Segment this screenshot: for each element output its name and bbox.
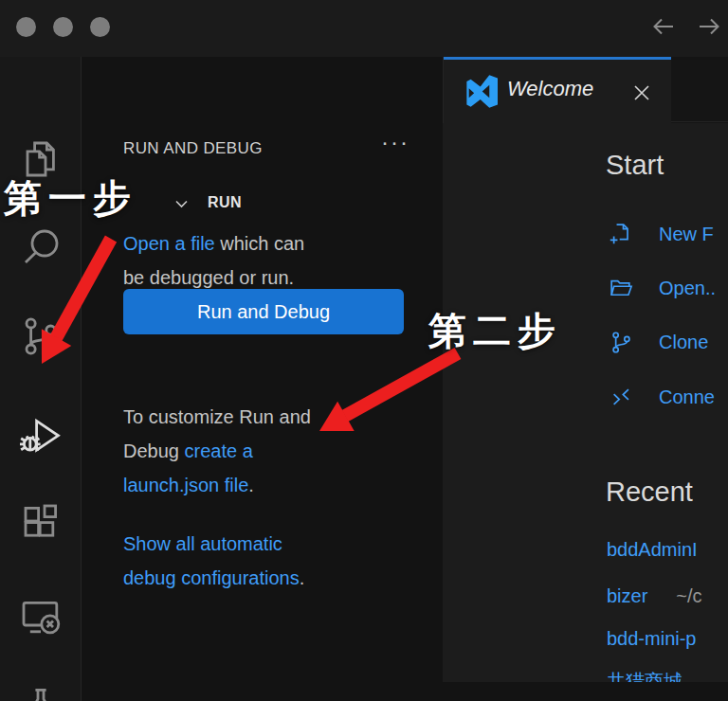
source-control-icon[interactable] [18, 314, 64, 359]
start-item-connect[interactable]: Conne [609, 385, 715, 410]
open-file-hint-text: Open a file which can be debugged or run… [123, 192, 408, 295]
search-icon[interactable] [18, 222, 64, 267]
extensions-icon[interactable] [18, 502, 64, 548]
close-tab-icon[interactable] [631, 82, 652, 103]
maximize-window-button[interactable] [90, 17, 110, 37]
more-actions-icon[interactable]: ··· [381, 129, 410, 155]
tab-title: Welcome [507, 77, 593, 101]
show-all-debug-configurations-link[interactable]: Show all automatic debug configurations [123, 533, 300, 588]
recent-item[interactable]: bdd-mini-p [607, 626, 724, 651]
title-bar [0, 0, 728, 57]
start-item-clone[interactable]: Clone [609, 330, 708, 355]
connect-remote-icon [609, 385, 634, 410]
tab-welcome[interactable]: Welcome [444, 57, 671, 123]
clone-repository-icon [609, 330, 634, 355]
panel-title: RUN AND DEBUG [123, 139, 263, 158]
recent-item[interactable]: 共猎商城 [607, 669, 711, 682]
step1-annotation: 第一步 [4, 172, 137, 225]
navigate-back-icon[interactable] [649, 12, 678, 41]
navigate-forward-icon[interactable] [695, 12, 723, 41]
minimize-window-button[interactable] [53, 17, 73, 37]
start-item-label: New F [659, 224, 714, 245]
editor-tab-bar: Welcome [443, 57, 728, 123]
close-window-button[interactable] [16, 17, 36, 37]
start-item-label: Open.. [659, 278, 716, 299]
open-folder-icon [609, 276, 634, 301]
remote-explorer-icon[interactable] [18, 593, 64, 638]
recent-link[interactable]: bizer [607, 585, 647, 607]
run-and-debug-button[interactable]: Run and Debug [123, 289, 404, 334]
start-item-label: Conne [659, 386, 715, 408]
step2-annotation: 第二步 [428, 305, 562, 357]
recent-link[interactable]: 共猎商城 [607, 669, 682, 683]
editor-bottom-strip [443, 682, 728, 701]
recent-item[interactable]: bizer ~/c [607, 584, 702, 608]
empty-tab-strip [671, 60, 728, 122]
welcome-page: Start New F Open.. Clone Conne [443, 123, 728, 682]
new-file-icon [609, 222, 634, 247]
recent-path: ~/c [676, 585, 701, 607]
recent-link[interactable]: bdd-mini-p [607, 628, 696, 650]
show-configurations-text: Show all automatic debug configurations. [123, 493, 408, 595]
start-item-label: Clone [659, 332, 708, 353]
recent-link[interactable]: bddAdminI [607, 539, 698, 561]
testing-icon[interactable] [18, 684, 64, 701]
start-heading: Start [606, 150, 664, 181]
recent-heading: Recent [606, 476, 693, 508]
start-item-new-file[interactable]: New F [609, 222, 714, 247]
recent-item[interactable]: bddAdminI [607, 537, 726, 562]
open-a-file-link[interactable]: Open a file [123, 233, 215, 254]
customize-hint-text: To customize Run and Debug create a laun… [123, 366, 408, 502]
vscode-window: RUN AND DEBUG ··· RUN Open a file which … [0, 0, 728, 701]
vscode-logo-icon [464, 75, 498, 108]
activity-bar [0, 57, 82, 701]
show-configurations-suffix: . [300, 567, 305, 588]
start-item-open[interactable]: Open.. [609, 276, 716, 301]
run-and-debug-icon[interactable] [18, 411, 64, 457]
